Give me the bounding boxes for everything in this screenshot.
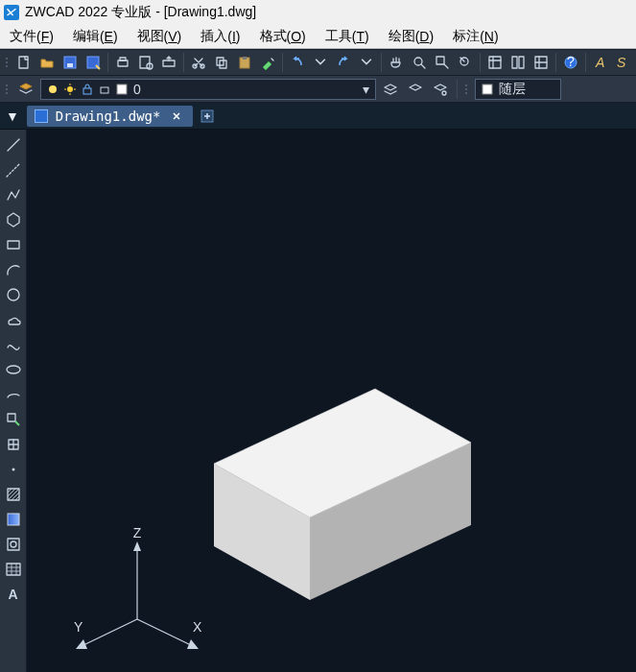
menu-bar: 文件(F) 编辑(E) 视图(V) 插入(I) 格式(O) 工具(T) 绘图(D… (0, 24, 636, 49)
svg-rect-37 (8, 241, 19, 249)
menu-insert[interactable]: 插入(I) (191, 24, 249, 48)
color-swatch-icon (116, 84, 128, 95)
spline-tool[interactable] (2, 333, 25, 356)
print-button[interactable] (112, 52, 133, 73)
svg-rect-20 (519, 57, 524, 68)
svg-text:A: A (595, 55, 604, 70)
rectangle-tool[interactable] (2, 233, 25, 256)
menu-format[interactable]: 格式(O) (250, 24, 316, 48)
construction-line-tool[interactable] (2, 158, 25, 181)
gradient-tool[interactable] (2, 508, 25, 531)
redo-button[interactable] (333, 52, 354, 73)
region-tool[interactable] (2, 533, 25, 556)
new-button[interactable] (13, 52, 35, 73)
match-prop-button[interactable] (257, 52, 278, 73)
toolbar-grip[interactable] (4, 79, 10, 100)
circle-tool[interactable] (2, 283, 25, 306)
svg-point-38 (8, 289, 19, 300)
separator (183, 53, 184, 72)
layer-manager-button[interactable] (15, 79, 36, 100)
tab-expand-icon[interactable]: ▼ (2, 108, 23, 124)
cut-button[interactable] (188, 52, 209, 73)
pan-button[interactable] (386, 52, 407, 73)
layer-iso-button[interactable] (430, 79, 451, 100)
svg-rect-0 (19, 57, 28, 68)
zoom-window-button[interactable] (432, 52, 453, 73)
menu-tools[interactable]: 工具(T) (316, 24, 379, 48)
polyline-tool[interactable] (2, 183, 25, 206)
toolbar-grip[interactable] (4, 52, 10, 73)
save-as-button[interactable] (82, 52, 104, 73)
svg-point-46 (11, 541, 16, 547)
menu-draw[interactable]: 绘图(D) (379, 24, 443, 48)
ellipse-tool[interactable] (2, 358, 25, 381)
plot-icon (99, 84, 110, 95)
svg-rect-14 (243, 57, 247, 60)
dropdown-icon: ▾ (363, 82, 369, 97)
undo-button[interactable] (287, 52, 308, 73)
properties-button[interactable] (484, 52, 506, 73)
paste-button[interactable] (234, 52, 255, 73)
title-bar: ZWCAD 2022 专业版 - [Drawing1.dwg] (0, 0, 636, 24)
color-combo[interactable]: 随层 (475, 79, 561, 100)
document-tab-label: Drawing1.dwg* (56, 108, 161, 124)
tool-palettes-button[interactable] (530, 52, 552, 73)
open-button[interactable] (36, 52, 58, 73)
ucs-indicator: Z X Y (70, 528, 214, 662)
toolbar-grip[interactable] (463, 79, 469, 100)
model-canvas[interactable]: Z X Y (27, 130, 636, 672)
work-area: A Z (0, 130, 636, 672)
svg-line-53 (137, 619, 193, 646)
svg-rect-4 (118, 60, 128, 66)
zoom-previous-button[interactable] (455, 52, 476, 73)
bulb-icon (47, 84, 59, 95)
color-bylayer-label: 随层 (499, 81, 526, 98)
svg-rect-19 (512, 57, 517, 68)
mtext-tool[interactable]: A (2, 583, 25, 606)
color-swatch-icon (482, 84, 493, 95)
svg-rect-31 (83, 88, 91, 94)
ellipse-arc-tool[interactable] (2, 383, 25, 406)
redo-dropdown[interactable] (356, 52, 377, 73)
polygon-tool[interactable] (2, 208, 25, 231)
app-root: ZWCAD 2022 专业版 - [Drawing1.dwg] 文件(F) 编辑… (0, 0, 636, 672)
svg-point-34 (442, 91, 446, 95)
insert-block-tool[interactable] (2, 408, 25, 431)
save-button[interactable] (59, 52, 81, 73)
layer-state-button[interactable] (405, 79, 426, 100)
menu-edit[interactable]: 编辑(E) (63, 24, 128, 48)
menu-view[interactable]: 视图(V) (128, 24, 192, 48)
copy-button[interactable] (211, 52, 232, 73)
svg-point-25 (49, 85, 57, 93)
point-tool[interactable] (2, 458, 25, 481)
help-button[interactable]: ? (560, 52, 581, 73)
close-tab-button[interactable] (168, 108, 185, 125)
hatch-tool[interactable] (2, 483, 25, 506)
publish-button[interactable] (158, 52, 179, 73)
document-tab[interactable]: Drawing1.dwg* (27, 106, 194, 127)
text-style-button[interactable]: A (590, 52, 611, 73)
layer-previous-button[interactable] (380, 79, 401, 100)
new-tab-button[interactable] (197, 106, 218, 127)
svg-rect-33 (117, 84, 127, 94)
svg-point-39 (7, 366, 20, 373)
zoom-realtime-button[interactable] (409, 52, 430, 73)
undo-dropdown[interactable] (310, 52, 331, 73)
design-center-button[interactable] (507, 52, 529, 73)
layer-combo[interactable]: 0 ▾ (40, 79, 376, 100)
make-block-tool[interactable] (2, 433, 25, 456)
print-preview-button[interactable] (135, 52, 156, 73)
drawing-object-box (176, 360, 502, 629)
svg-rect-16 (436, 57, 444, 64)
line-tool[interactable] (2, 133, 25, 156)
standard-toolbar: ? A S (0, 49, 636, 76)
window-title: ZWCAD 2022 专业版 - [Drawing1.dwg] (25, 4, 256, 21)
menu-file[interactable]: 文件(F) (0, 24, 63, 48)
arc-tool[interactable] (2, 258, 25, 281)
revision-cloud-tool[interactable] (2, 308, 25, 331)
table-tool[interactable] (2, 558, 25, 581)
menu-dimension[interactable]: 标注(N) (443, 24, 507, 48)
separator (107, 53, 108, 72)
separator (282, 53, 283, 72)
svg-rect-32 (101, 87, 108, 93)
